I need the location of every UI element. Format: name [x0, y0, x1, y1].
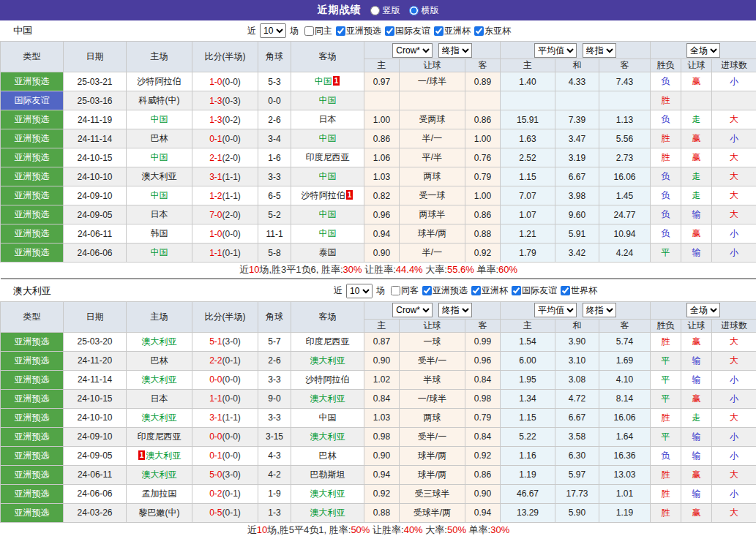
avg-odds-home: 13.29: [501, 503, 555, 522]
col-corner: 角球: [258, 301, 291, 332]
checkbox-input[interactable]: [385, 26, 394, 36]
match-score: 0-0(0-0): [192, 370, 258, 389]
away-team: 泰国: [291, 244, 364, 263]
handicap-odds-home: 1.03: [364, 408, 400, 427]
average-mode-select[interactable]: 终指: [583, 303, 616, 317]
fulltime-score: 7-0: [209, 210, 222, 220]
avg-odds-home: 5.22: [501, 427, 555, 446]
filter-checkbox-亚洲杯[interactable]: 亚洲杯: [434, 25, 471, 37]
match-type: 国际友谊: [1, 91, 64, 110]
match-date: 24-06-06: [64, 244, 127, 263]
match-date: 24-10-15: [64, 389, 127, 408]
scope-group: 全场: [651, 301, 756, 319]
avg-odds-draw: [555, 91, 599, 110]
handicap-result-cell: 赢: [681, 129, 712, 148]
filter-checkbox-国际友谊[interactable]: 国际友谊: [385, 25, 430, 37]
result-label: 赢: [692, 76, 701, 86]
fulltime-score: 3-1: [209, 172, 222, 182]
avg-odds-draw: 3.90: [555, 332, 599, 351]
odds-mode-select[interactable]: 终指: [438, 43, 472, 58]
filter-checkbox-亚洲杯[interactable]: 亚洲杯: [471, 284, 508, 297]
checkbox-input[interactable]: [422, 286, 432, 295]
odds-company-select[interactable]: Crow*: [392, 303, 433, 317]
filter-checkbox-同主[interactable]: 同主: [304, 25, 332, 37]
goals-result-cell: 大: [712, 110, 756, 129]
match-type: 亚洲预选: [1, 370, 64, 389]
checkbox-input[interactable]: [391, 286, 400, 295]
result-label: 走: [692, 190, 701, 200]
checkbox-input[interactable]: [304, 26, 314, 36]
corner-score: 2-6: [258, 351, 291, 370]
odds-company-select[interactable]: Crow*: [392, 43, 433, 58]
corner-score: 1-3: [258, 503, 291, 522]
filter-checkbox-东亚杯[interactable]: 东亚杯: [474, 25, 511, 37]
result-label: 大: [730, 507, 738, 518]
filter-checkbox-世界杯[interactable]: 世界杯: [561, 284, 597, 297]
halftime-score: (0-0): [222, 431, 241, 442]
match-row: 亚洲预选24-09-05日本7-0(2-0)5-2中国0.96两球半0.861.…: [1, 205, 756, 224]
scope-select[interactable]: 全场: [686, 43, 720, 58]
result-label: 输: [692, 209, 701, 219]
avg-odds-away: 13.03: [599, 465, 651, 484]
checkbox-input[interactable]: [512, 286, 521, 295]
match-count-select[interactable]: 10: [260, 23, 286, 38]
filter-checkbox-亚洲预选[interactable]: 亚洲预选: [336, 25, 381, 37]
average-select[interactable]: 平均值: [534, 303, 577, 317]
match-date: 24-09-05: [64, 205, 127, 224]
avg-odds-away: 16.06: [599, 408, 651, 427]
average-select[interactable]: 平均值: [534, 43, 577, 58]
match-rows: 亚洲预选25-03-20澳大利亚5-1(3-0)5-7印度尼西亚0.87一球0.…: [1, 332, 756, 522]
halftime-score: (1-1): [222, 191, 241, 201]
vertical-radio-input[interactable]: [370, 6, 380, 15]
away-team: 澳大利亚: [291, 427, 364, 446]
checkbox-input[interactable]: [434, 26, 444, 36]
handicap-odds-away: 1.00: [465, 129, 501, 148]
match-type: 亚洲预选: [1, 224, 64, 244]
avg-odds-draw: 17.73: [555, 484, 599, 503]
handicap-line: 两球: [400, 408, 465, 427]
horizontal-radio-input[interactable]: [409, 6, 419, 15]
goals-result-cell: 大: [712, 332, 756, 351]
fulltime-score: 1-0: [209, 229, 222, 239]
result-label: 输: [692, 247, 701, 257]
match-count-select[interactable]: 10: [346, 284, 373, 298]
result-cell: 负: [651, 186, 681, 205]
avg-odds-draw: 3.98: [555, 186, 599, 205]
match-date: 24-06-11: [64, 224, 127, 244]
page-title: 近期战绩: [318, 4, 362, 17]
checkbox-input[interactable]: [561, 286, 570, 295]
corner-score: 3-15: [258, 427, 291, 446]
summary-value: 55.6%: [447, 264, 474, 275]
home-team: 日本: [127, 389, 192, 408]
checkbox-label: 世界杯: [571, 284, 597, 297]
summary-value: 10: [257, 524, 267, 535]
corner-score: 5-7: [258, 332, 291, 351]
goals-result-cell: 小: [712, 370, 756, 389]
checkbox-input[interactable]: [474, 26, 484, 36]
filter-controls: 近 10 场 同主亚洲预选国际友谊亚洲杯东亚杯: [245, 23, 511, 38]
checkbox-input[interactable]: [471, 286, 481, 295]
result-label: 赢: [692, 336, 701, 347]
average-mode-select[interactable]: 终指: [583, 43, 616, 58]
match-type: 亚洲预选: [1, 72, 64, 91]
checkbox-input[interactable]: [336, 26, 345, 36]
fulltime-score: 1-2: [209, 191, 222, 201]
handicap-result-cell: 赢: [681, 332, 712, 351]
filter-checkbox-同客[interactable]: 同客: [391, 284, 419, 297]
odds-mode-select[interactable]: 终指: [438, 303, 472, 317]
layout-radio-horizontal[interactable]: 横版: [409, 4, 439, 17]
result-cell: 负: [651, 205, 681, 224]
layout-radio-vertical[interactable]: 竖版: [370, 4, 400, 17]
home-team: 巴林: [127, 351, 192, 370]
summary-value: 60%: [498, 264, 517, 275]
filter-checkbox-亚洲预选[interactable]: 亚洲预选: [422, 284, 468, 297]
filter-row: 中国 近 10 场 同主亚洲预选国际友谊亚洲杯东亚杯: [0, 20, 756, 41]
scope-select[interactable]: 全场: [686, 303, 720, 317]
match-date: 25-03-21: [64, 72, 127, 91]
filter-checkbox-国际友谊[interactable]: 国际友谊: [512, 284, 557, 297]
filter-row: 澳大利亚 近 10 场 同客亚洲预选亚洲杯国际友谊世界杯: [0, 281, 756, 301]
match-score: 0-0(0-0): [192, 427, 258, 446]
col-odds-away: 客: [465, 59, 501, 72]
fulltime-score: 0-1: [209, 450, 222, 461]
result-cell: 胜: [651, 332, 681, 351]
